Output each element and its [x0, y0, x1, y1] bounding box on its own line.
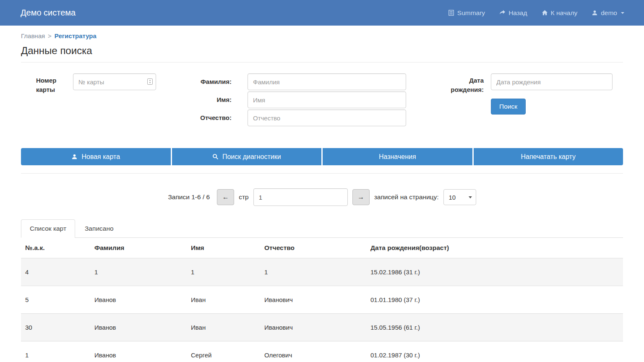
- number-spinner-icon: [147, 78, 153, 86]
- first-name-input[interactable]: [248, 91, 406, 108]
- new-card-button[interactable]: Новая карта: [21, 148, 171, 165]
- action-bar: Новая карта Поиск диагностики Назначения…: [21, 148, 623, 165]
- cell-last-name: 1: [90, 258, 187, 286]
- cell-birth-date: 01.01.1980 (37 г.): [366, 286, 623, 314]
- cell-card-number: 1: [21, 341, 90, 362]
- table-header-row: №.а.к. Фамилия Имя Отчество Дата рождени…: [21, 238, 623, 258]
- top-navbar: Демо система Summary Назад К началу demo: [0, 0, 644, 26]
- cell-last-name: Иванов: [90, 341, 187, 362]
- navbar-right: Summary Назад К началу demo: [448, 9, 624, 17]
- middle-name-row: Отчество:: [194, 109, 406, 126]
- birth-date-group: Дата рождения: Поиск: [448, 73, 613, 126]
- user-icon: [592, 10, 598, 16]
- card-number-input[interactable]: [73, 73, 156, 90]
- per-page-select-wrap: 10: [443, 189, 476, 205]
- middle-name-label: Отчество:: [194, 113, 232, 122]
- summary-icon: [448, 10, 454, 16]
- action-bar-divider: [21, 173, 623, 174]
- search-form: Номер карты Фамилия: Имя: Отчество:: [21, 63, 623, 126]
- breadcrumb: Главная > Регистратура: [21, 26, 623, 39]
- cell-first-name: Сергей: [187, 341, 260, 362]
- cell-first-name: 1: [187, 258, 260, 286]
- table-row[interactable]: 5 Иванов Иван Иванович 01.01.1980 (37 г.…: [21, 286, 623, 314]
- nav-home[interactable]: К началу: [542, 9, 578, 17]
- cell-last-name: Иванов: [90, 286, 187, 314]
- per-page-select[interactable]: 10: [443, 189, 476, 205]
- cards-table: №.а.к. Фамилия Имя Отчество Дата рождени…: [21, 238, 623, 362]
- cell-middle-name: 1: [260, 258, 366, 286]
- new-card-label: Новая карта: [81, 153, 120, 161]
- last-name-label: Фамилия:: [194, 77, 232, 86]
- nav-back-label: Назад: [508, 9, 527, 17]
- name-fields-group: Фамилия: Имя: Отчество:: [194, 73, 406, 126]
- cell-middle-name: Иванович: [260, 286, 366, 314]
- page-container: Главная > Регистратура Данные поиска Ном…: [0, 26, 644, 362]
- first-name-row: Имя:: [194, 91, 406, 108]
- nav-back[interactable]: Назад: [499, 9, 527, 17]
- back-arrow-icon: [499, 10, 506, 16]
- per-page-label: записей на страницу:: [374, 193, 439, 201]
- cell-birth-date: 15.02.1986 (31 г.): [366, 258, 623, 286]
- print-card-button[interactable]: Напечатать карту: [474, 148, 623, 165]
- nav-user-label: demo: [601, 9, 617, 17]
- cell-card-number: 30: [21, 314, 90, 341]
- middle-name-input[interactable]: [248, 109, 406, 126]
- appointments-label: Назначения: [379, 153, 416, 161]
- cell-last-name: Иванов: [90, 314, 187, 341]
- cell-first-name: Иван: [187, 314, 260, 341]
- cell-card-number: 5: [21, 286, 90, 314]
- nav-user-menu[interactable]: demo: [592, 9, 624, 17]
- appointments-button[interactable]: Назначения: [323, 148, 472, 165]
- app-brand[interactable]: Демо система: [21, 8, 76, 18]
- header-card-number: №.а.к.: [21, 238, 90, 258]
- pagination: Записи 1-6 / 6 ← стр → записей на страни…: [21, 188, 623, 206]
- result-tabs: Список карт Записано: [21, 219, 623, 238]
- card-number-wrap: [73, 73, 156, 126]
- last-name-input[interactable]: [248, 73, 406, 90]
- header-middle-name: Отчество: [260, 238, 366, 258]
- tab-recorded[interactable]: Записано: [76, 219, 123, 238]
- breadcrumb-current[interactable]: Регистратура: [55, 32, 96, 39]
- diagnostics-search-label: Поиск диагностики: [222, 153, 281, 161]
- table-row[interactable]: 4 1 1 1 15.02.1986 (31 г.): [21, 258, 623, 286]
- table-row[interactable]: 30 Иванов Иван Иванович 15.05.1956 (61 г…: [21, 314, 623, 341]
- next-page-button[interactable]: →: [352, 189, 370, 205]
- cell-middle-name: Иванович: [260, 314, 366, 341]
- tab-card-list[interactable]: Список карт: [21, 219, 75, 238]
- home-icon: [542, 10, 548, 16]
- header-first-name: Имя: [187, 238, 260, 258]
- birth-date-label: Дата рождения:: [448, 76, 484, 126]
- records-count-label: Записи 1-6 / 6: [168, 193, 210, 201]
- cell-card-number: 4: [21, 258, 90, 286]
- breadcrumb-separator: >: [48, 32, 52, 39]
- cell-first-name: Иван: [187, 286, 260, 314]
- card-number-group: Номер карты: [36, 73, 156, 126]
- nav-summary[interactable]: Summary: [448, 9, 485, 17]
- table-row[interactable]: 1 Иванов Сергей Олегович 01.02.1987 (30 …: [21, 341, 623, 362]
- cell-middle-name: Олегович: [260, 341, 366, 362]
- prev-page-button[interactable]: ←: [217, 189, 234, 205]
- nav-home-label: К началу: [551, 9, 578, 17]
- page-number-input[interactable]: [253, 188, 348, 206]
- header-birth-date: Дата рождения(возраст): [366, 238, 623, 258]
- chevron-down-icon: [621, 12, 624, 14]
- nav-summary-label: Summary: [457, 9, 485, 17]
- first-name-label: Имя:: [194, 95, 232, 104]
- header-last-name: Фамилия: [90, 238, 187, 258]
- breadcrumb-home[interactable]: Главная: [21, 32, 45, 39]
- page-label: стр: [239, 193, 248, 201]
- last-name-row: Фамилия:: [194, 73, 406, 90]
- diagnostics-search-button[interactable]: Поиск диагностики: [172, 148, 322, 165]
- search-button[interactable]: Поиск: [491, 99, 526, 115]
- card-number-label: Номер карты: [36, 76, 62, 126]
- search-icon: [212, 154, 219, 160]
- user-icon: [71, 154, 78, 160]
- birth-date-col: Поиск: [491, 73, 613, 126]
- birth-date-input[interactable]: [491, 73, 613, 90]
- cell-birth-date: 15.05.1956 (61 г.): [366, 314, 623, 341]
- page-title: Данные поиска: [21, 45, 623, 57]
- cell-birth-date: 01.02.1987 (30 г.): [366, 341, 623, 362]
- print-card-label: Напечатать карту: [521, 153, 576, 161]
